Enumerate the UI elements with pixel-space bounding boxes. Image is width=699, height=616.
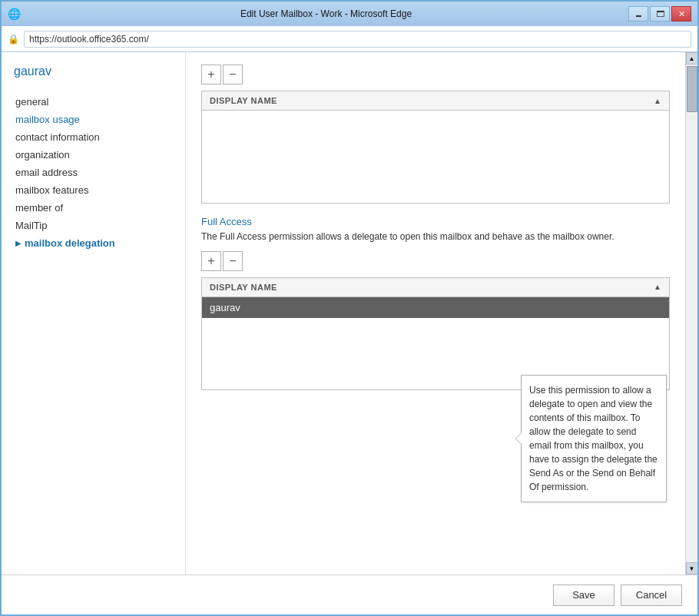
full-access-title: Full Access [201, 216, 670, 227]
cancel-button[interactable]: Cancel [621, 585, 682, 606]
sidebar-link-general[interactable]: general [15, 96, 48, 108]
url-input[interactable] [24, 31, 691, 48]
full-access-controls: + − [201, 251, 670, 271]
sidebar-link-mailtip[interactable]: MailTip [15, 220, 47, 231]
footer: Save Cancel [2, 575, 697, 614]
sidebar-item-contact-information[interactable]: contact information [14, 129, 173, 145]
address-bar: 🔒 [2, 26, 697, 52]
full-access-add-button[interactable]: + [201, 251, 221, 271]
scrollbar: ▲ ▼ [685, 52, 697, 575]
content-area: gaurav general mailbox usage contact inf… [2, 52, 697, 575]
sidebar-link-mailbox-delegation[interactable]: mailbox delegation [25, 237, 115, 249]
sidebar-item-email-address[interactable]: email address [14, 164, 173, 180]
full-access-column-header: DISPLAY NAME [210, 283, 277, 292]
lock-icon: 🔒 [8, 34, 19, 45]
window-controls: 🗕 🗖 ✕ [628, 6, 691, 22]
section1-table: DISPLAY NAME ▲ [201, 91, 670, 204]
section1-remove-button[interactable]: − [223, 65, 243, 84]
sidebar-link-member-of[interactable]: member of [15, 202, 63, 214]
sidebar-item-mailtip[interactable]: MailTip [14, 217, 173, 233]
sidebar-item-mailbox-features[interactable]: mailbox features [14, 182, 173, 198]
sidebar-nav: general mailbox usage contact informatio… [14, 94, 173, 251]
close-button[interactable]: ✕ [671, 6, 691, 22]
tooltip-box: Use this permission to allow a delegate … [521, 375, 667, 502]
full-access-sort-icon: ▲ [654, 283, 661, 291]
sidebar-item-organization[interactable]: organization [14, 147, 173, 163]
section1-sort-icon: ▲ [654, 97, 661, 105]
section1-column-header: DISPLAY NAME [210, 96, 277, 105]
section1-add-button[interactable]: + [201, 65, 221, 84]
sidebar-link-mailbox-features[interactable]: mailbox features [15, 184, 88, 196]
save-button[interactable]: Save [553, 585, 615, 606]
title-bar: 🌐 Edit User Mailbox - Work - Microsoft E… [2, 2, 697, 26]
sidebar-item-mailbox-delegation[interactable]: ▶ mailbox delegation [14, 235, 173, 251]
full-access-remove-button[interactable]: − [223, 251, 243, 271]
scroll-thumb[interactable] [687, 66, 697, 112]
sidebar-item-mailbox-usage[interactable]: mailbox usage [14, 111, 173, 128]
active-arrow-icon: ▶ [15, 239, 22, 247]
browser-window: 🌐 Edit User Mailbox - Work - Microsoft E… [0, 0, 699, 616]
sidebar-username: gaurav [14, 65, 173, 78]
browser-icon: 🌐 [8, 8, 21, 20]
full-access-table: DISPLAY NAME ▲ gaurav [201, 277, 670, 390]
section1-table-body [202, 111, 669, 203]
section1-controls: + − [201, 65, 670, 84]
window-title: Edit User Mailbox - Work - Microsoft Edg… [24, 8, 628, 19]
scroll-down-button[interactable]: ▼ [686, 562, 698, 575]
sidebar-item-member-of[interactable]: member of [14, 200, 173, 216]
main-panel: + − DISPLAY NAME ▲ Full Access The Full … [186, 52, 685, 575]
full-access-description: The Full Access permission allows a dele… [201, 230, 670, 243]
full-access-table-header: DISPLAY NAME ▲ [202, 278, 669, 297]
full-access-selected-row[interactable]: gaurav [202, 297, 669, 318]
sidebar-link-mailbox-usage[interactable]: mailbox usage [15, 114, 80, 125]
tooltip-text: Use this permission to allow a delegate … [529, 385, 658, 492]
section1-table-header: DISPLAY NAME ▲ [202, 91, 669, 111]
sidebar: gaurav general mailbox usage contact inf… [2, 52, 186, 575]
scroll-up-button[interactable]: ▲ [686, 52, 698, 65]
maximize-button[interactable]: 🗖 [650, 6, 670, 22]
minimize-button[interactable]: 🗕 [628, 6, 648, 22]
sidebar-link-organization[interactable]: organization [15, 149, 70, 161]
sidebar-item-general[interactable]: general [14, 94, 173, 110]
sidebar-link-contact-information[interactable]: contact information [15, 131, 100, 143]
sidebar-link-email-address[interactable]: email address [15, 167, 78, 178]
